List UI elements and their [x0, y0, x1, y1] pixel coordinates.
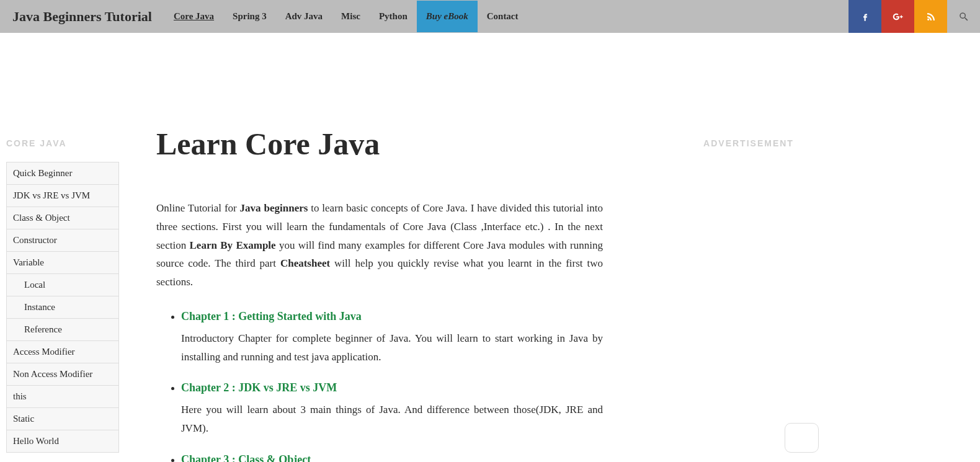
sidebar-title: CORE JAVA	[0, 138, 119, 148]
chapter-link[interactable]: Chapter 1 : Getting Started with Java	[181, 310, 603, 323]
header: Java Beginners Tutorial Core JavaSpring …	[0, 0, 980, 33]
advertisement-label: ADVERTISEMENT	[640, 138, 857, 148]
chapter-link[interactable]: Chapter 3 : Class & Object	[181, 453, 603, 462]
intro-bold: Java beginners	[240, 202, 308, 214]
sidebar-item[interactable]: Local	[7, 274, 118, 296]
chapter-description: Introductory Chapter for complete beginn…	[181, 329, 603, 366]
nav-item-spring-3[interactable]: Spring 3	[223, 1, 276, 32]
sidebar-item[interactable]: JDK vs JRE vs JVM	[7, 185, 118, 207]
chapter-list: Chapter 1 : Getting Started with JavaInt…	[156, 310, 603, 462]
sidebar-item[interactable]: Constructor	[7, 229, 118, 252]
sidebar-list: Quick BeginnerJDK vs JRE vs JVMClass & O…	[6, 162, 119, 453]
scroll-top-button[interactable]	[785, 423, 819, 453]
chapter-item: Chapter 1 : Getting Started with JavaInt…	[181, 310, 603, 366]
chapter-item: Chapter 3 : Class & ObjectIn Object Orie…	[181, 453, 603, 462]
rss-icon	[925, 11, 937, 22]
container: CORE JAVA Quick BeginnerJDK vs JRE vs JV…	[0, 33, 980, 462]
intro-bold: Cheatsheet	[280, 257, 330, 269]
page-title: Learn Core Java	[156, 126, 603, 162]
nav-item-misc[interactable]: Misc	[332, 1, 370, 32]
sidebar-item[interactable]: Instance	[7, 296, 118, 319]
googleplus-button[interactable]	[881, 0, 914, 33]
chapter-description: Here you will learn about 3 main things …	[181, 401, 603, 438]
main-nav: Core JavaSpring 3Adv JavaMiscPythonBuy e…	[164, 1, 528, 32]
chapter-link[interactable]: Chapter 2 : JDK vs JRE vs JVM	[181, 381, 603, 394]
nav-item-adv-java[interactable]: Adv Java	[276, 1, 332, 32]
header-right	[849, 0, 980, 33]
nav-item-contact[interactable]: Contact	[478, 1, 528, 32]
right-column: ADVERTISEMENT	[640, 33, 857, 462]
sidebar-item[interactable]: Quick Beginner	[7, 162, 118, 185]
nav-item-core-java[interactable]: Core Java	[164, 1, 223, 32]
sidebar-item[interactable]: Hello World	[7, 430, 118, 453]
sidebar-item[interactable]: Class & Object	[7, 207, 118, 229]
rss-button[interactable]	[914, 0, 947, 33]
nav-item-buy-ebook[interactable]: Buy eBook	[417, 1, 478, 32]
search-button[interactable]	[947, 0, 980, 33]
main-content: Learn Core Java Online Tutorial for Java…	[156, 33, 603, 462]
sidebar-item[interactable]: Reference	[7, 319, 118, 341]
sidebar-item[interactable]: Static	[7, 408, 118, 430]
chapter-item: Chapter 2 : JDK vs JRE vs JVMHere you wi…	[181, 381, 603, 438]
intro-text: Online Tutorial for	[156, 202, 240, 214]
search-icon	[958, 11, 969, 22]
facebook-button[interactable]	[849, 0, 881, 33]
intro-bold: Learn By Example	[190, 239, 276, 251]
site-title[interactable]: Java Beginners Tutorial	[0, 9, 164, 25]
sidebar-item[interactable]: this	[7, 386, 118, 408]
sidebar-item[interactable]: Access Modifier	[7, 341, 118, 363]
sidebar: CORE JAVA Quick BeginnerJDK vs JRE vs JV…	[0, 33, 119, 462]
intro-paragraph: Online Tutorial for Java beginners to le…	[156, 199, 603, 291]
facebook-icon	[860, 11, 871, 22]
nav-item-python[interactable]: Python	[370, 1, 417, 32]
googleplus-icon	[893, 11, 904, 22]
sidebar-item[interactable]: Variable	[7, 252, 118, 274]
sidebar-item[interactable]: Non Access Modifier	[7, 363, 118, 386]
